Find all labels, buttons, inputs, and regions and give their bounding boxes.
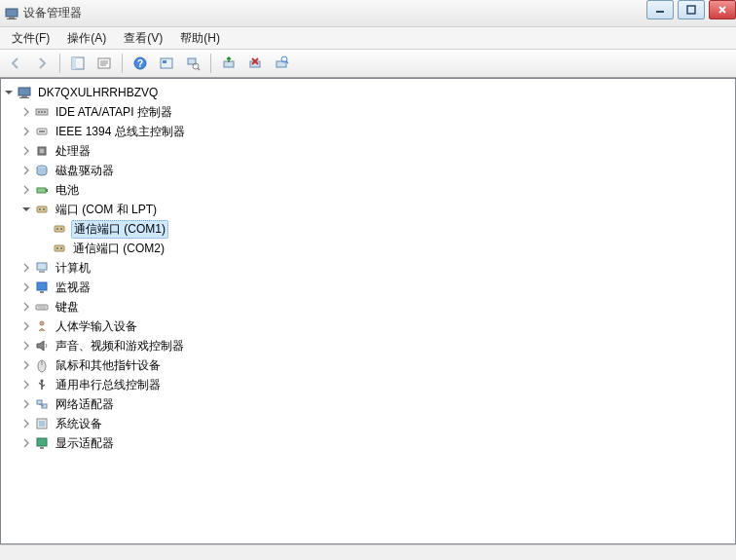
usb-icon [34,377,50,392]
pc-icon [34,260,50,276]
menu-file[interactable]: 文件(F) [4,28,57,49]
close-button[interactable] [709,0,736,19]
expand-icon[interactable] [20,301,32,313]
forward-button[interactable] [30,53,54,74]
expand-icon [38,243,50,254]
tree-node[interactable]: IDE ATA/ATAPI 控制器 [3,102,733,122]
menu-view[interactable]: 查看(V) [116,28,170,49]
tree-node-label: 通信端口 (COM2) [71,241,166,257]
expand-icon [38,223,50,235]
show-hide-tree-button[interactable] [66,53,90,74]
tree-node[interactable]: 磁盘驱动器 [3,161,733,180]
tree-node[interactable]: 声音、视频和游戏控制器 [3,336,733,355]
tree-node[interactable]: 网络适配器 [3,394,733,414]
tree-node-label: 处理器 [54,143,92,160]
ieee1394-icon [34,124,50,139]
svg-rect-23 [18,88,30,95]
back-button[interactable] [4,53,27,74]
port-icon [52,241,67,256]
svg-point-29 [44,111,46,113]
tree-node-label: 通用串行总线控制器 [54,377,163,393]
collapse-icon[interactable] [20,204,32,215]
scan-hardware-button[interactable] [270,53,293,74]
tree-node-label: 端口 (COM 和 LPT) [54,202,159,218]
scan-button[interactable] [181,53,204,74]
tree-node[interactable]: 电池 [3,180,733,200]
expand-icon[interactable] [20,281,32,293]
tree-node[interactable]: 显示适配器 [3,433,733,453]
tree-node[interactable]: 计算机 [3,258,733,278]
tree-node-label: 通信端口 (COM1) [71,220,168,239]
svg-rect-4 [687,6,695,14]
tree-node[interactable]: 通信端口 (COM2) [3,239,733,258]
svg-point-53 [40,321,44,325]
menu-action[interactable]: 操作(A) [59,28,114,49]
expand-icon[interactable] [20,359,32,371]
tree-node-label: 人体学输入设备 [54,318,139,335]
disk-icon [34,163,50,178]
expand-icon[interactable] [20,379,32,391]
expand-icon[interactable] [20,398,32,410]
tree-node[interactable]: 监视器 [3,278,733,297]
expand-icon[interactable] [20,437,32,449]
svg-rect-40 [55,226,64,232]
svg-rect-1 [9,17,15,19]
svg-rect-31 [39,131,45,132]
expand-icon[interactable] [20,262,32,274]
monitor-icon [34,280,50,295]
statusbar [0,544,736,560]
svg-text:?: ? [137,58,143,69]
tree-node[interactable]: 系统设备 [3,414,733,433]
svg-rect-2 [7,19,17,19]
expand-icon[interactable] [20,340,32,352]
tree-node-label: 键盘 [54,299,81,316]
tree-node[interactable]: 人体学输入设备 [3,317,733,336]
tree-node[interactable]: 键盘 [3,297,733,317]
device-tree[interactable]: DK7QXULHRRHBZVQIDE ATA/ATAPI 控制器IEEE 139… [3,83,733,453]
properties-button[interactable] [92,53,116,74]
expand-icon[interactable] [20,184,32,196]
expand-icon[interactable] [20,320,32,332]
tree-node-label: 网络适配器 [54,396,116,413]
expand-icon[interactable] [20,418,32,429]
tree-node[interactable]: 通信端口 (COM1) [3,219,733,239]
update-driver-button[interactable] [217,53,240,74]
tree-node[interactable]: DK7QXULHRRHBZVQ [3,83,733,102]
sound-icon [34,338,50,354]
svg-line-17 [198,68,200,70]
tree-node[interactable]: 处理器 [3,141,733,161]
hid-icon [34,318,50,334]
expand-icon[interactable] [20,165,32,176]
window-title: 设备管理器 [23,5,82,21]
expand-icon[interactable] [20,106,32,118]
tree-node-label: IEEE 1394 总线主控制器 [54,124,187,140]
mouse-icon [34,357,50,373]
tree-node[interactable]: 端口 (COM 和 LPT) [3,200,733,219]
tree-node[interactable]: 通用串行总线控制器 [3,375,733,394]
help-button[interactable]: ? [129,53,152,74]
expand-icon[interactable] [20,145,32,157]
menubar: 文件(F) 操作(A) 查看(V) 帮助(H) [0,27,736,49]
svg-point-44 [56,247,58,249]
tree-node-label: 计算机 [54,260,92,277]
port-icon [52,221,67,237]
uninstall-button[interactable] [243,53,267,74]
titlebar: 设备管理器 [0,0,736,27]
tree-node[interactable]: IEEE 1394 总线主控制器 [3,122,733,141]
ide-icon [34,104,50,120]
minimize-button[interactable] [646,0,674,19]
device-tree-pane[interactable]: DK7QXULHRRHBZVQIDE ATA/ATAPI 控制器IEEE 139… [0,78,736,544]
action-button[interactable] [155,53,178,74]
expand-icon[interactable] [20,126,32,137]
toolbar-separator [59,54,60,73]
svg-point-42 [60,228,62,230]
svg-rect-25 [19,97,29,98]
svg-rect-35 [37,188,46,193]
collapse-icon[interactable] [3,87,15,98]
svg-point-28 [41,111,43,113]
tree-node-label: DK7QXULHRRHBZVQ [36,86,160,99]
tree-node[interactable]: 鼠标和其他指针设备 [3,355,733,375]
maximize-button[interactable] [678,0,705,19]
menu-help[interactable]: 帮助(H) [172,28,228,49]
system-icon [34,416,50,431]
